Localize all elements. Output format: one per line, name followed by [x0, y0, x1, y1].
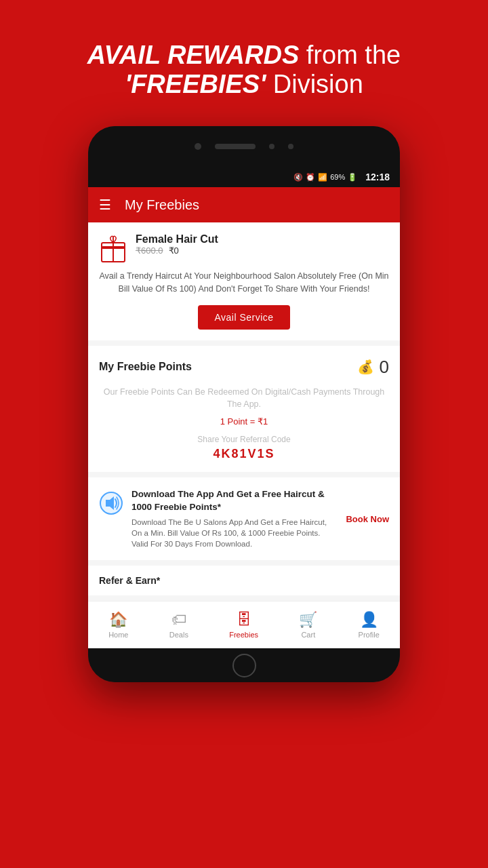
download-card: Download The App And Get a Free Haircut …: [88, 477, 400, 560]
price-row: ₹600.0 ₹0: [136, 245, 218, 256]
speaker-icon: [99, 491, 123, 515]
phone-top-bezel: [88, 126, 400, 167]
status-icons: 🔇 ⏰ 📶 69% 🔋 12:18: [293, 172, 390, 182]
points-value-row: 💰 0: [357, 357, 389, 378]
phone-bottom-bezel: [88, 648, 400, 682]
status-bar: 🔇 ⏰ 📶 69% 🔋 12:18: [88, 167, 400, 187]
status-time: 12:18: [365, 172, 390, 182]
header-bold1: AVAIL REWARDS: [87, 41, 299, 69]
points-rate: 1 Point = ₹1: [99, 416, 389, 427]
phone-camera: [195, 143, 201, 150]
nav-item-cart[interactable]: 🛒 Cart: [299, 611, 317, 639]
nav-label-profile: Profile: [359, 631, 380, 639]
coins-icon: 💰: [357, 359, 374, 375]
freebie-card-header: Female Hair Cut ₹600.0 ₹0: [99, 233, 389, 263]
nav-label-cart: Cart: [301, 631, 315, 639]
signal-icon: 📶: [318, 173, 327, 182]
freebies-icon: 🗄: [237, 611, 251, 629]
page-header: AVAIL REWARDS from the 'FREEBIES' Divisi…: [60, 0, 428, 119]
price-new: ₹0: [169, 245, 179, 256]
header-line1: AVAIL REWARDS from the: [87, 41, 401, 70]
mute-icon: 🔇: [293, 173, 303, 182]
home-icon: 🏠: [109, 611, 127, 629]
phone-dot2: [288, 144, 293, 149]
nav-label-home: Home: [108, 631, 128, 639]
points-description: Our Freebie Points Can Be Redeemed On Di…: [99, 386, 389, 412]
alarm-icon: ⏰: [306, 173, 315, 182]
points-header: My Freebie Points 💰 0: [99, 357, 389, 378]
avail-service-button[interactable]: Avail Service: [198, 305, 289, 330]
freebie-title: Female Hair Cut: [136, 233, 218, 245]
download-content: Download The App And Get a Free Haircut …: [131, 488, 338, 549]
header-normal2: Division: [266, 70, 363, 98]
app-bar: ☰ My Freebies: [88, 187, 400, 222]
header-line2: 'FREEBIES' Division: [87, 70, 401, 99]
phone-shell: 🔇 ⏰ 📶 69% 🔋 12:18 ☰ My Freebies: [88, 126, 400, 682]
bottom-nav: 🏠 Home 🏷 Deals 🗄 Freebies 🛒 Cart 👤 Profi…: [88, 601, 400, 648]
freebie-info: Female Hair Cut ₹600.0 ₹0: [136, 233, 218, 256]
hamburger-menu-icon[interactable]: ☰: [99, 197, 111, 213]
phone-home-button[interactable]: [232, 654, 256, 677]
battery-icon: 🔋: [348, 173, 357, 182]
nav-label-freebies: Freebies: [229, 631, 258, 639]
points-title: My Freebie Points: [99, 361, 192, 373]
header-bold2: 'FREEBIES': [125, 70, 266, 98]
points-value: 0: [380, 357, 389, 378]
app-bar-title: My Freebies: [125, 197, 199, 213]
header-normal1: from the: [299, 41, 401, 69]
refer-title: Refer & Earn*: [99, 575, 389, 586]
profile-icon: 👤: [360, 611, 378, 629]
nav-item-profile[interactable]: 👤 Profile: [359, 611, 380, 639]
deals-icon: 🏷: [171, 611, 186, 629]
content-area: Female Hair Cut ₹600.0 ₹0 Avail a Trendy…: [88, 222, 400, 601]
referral-label: Share Your Referral Code: [99, 435, 389, 444]
phone-speaker: [215, 144, 256, 149]
refer-card: Refer & Earn*: [88, 566, 400, 595]
freebie-card: Female Hair Cut ₹600.0 ₹0 Avail a Trendy…: [88, 222, 400, 340]
phone-dot: [269, 144, 274, 149]
freebie-description: Avail a Trendy Haircut At Your Neighbour…: [99, 270, 389, 296]
nav-label-deals: Deals: [169, 631, 188, 639]
book-now-button[interactable]: Book Now: [346, 514, 389, 524]
cart-icon: 🛒: [299, 611, 317, 629]
price-old: ₹600.0: [136, 245, 163, 256]
referral-code: 4K81V1S: [99, 447, 389, 461]
download-description: Download The Be U Salons App And Get a F…: [131, 517, 338, 549]
download-title: Download The App And Get a Free Haircut …: [131, 488, 338, 514]
points-card: My Freebie Points 💰 0 Our Freebie Points…: [88, 346, 400, 473]
gift-icon: [99, 235, 127, 263]
battery-level: 69%: [330, 173, 345, 181]
nav-item-home[interactable]: 🏠 Home: [108, 611, 128, 639]
nav-item-deals[interactable]: 🏷 Deals: [169, 611, 188, 639]
nav-item-freebies[interactable]: 🗄 Freebies: [229, 611, 258, 639]
